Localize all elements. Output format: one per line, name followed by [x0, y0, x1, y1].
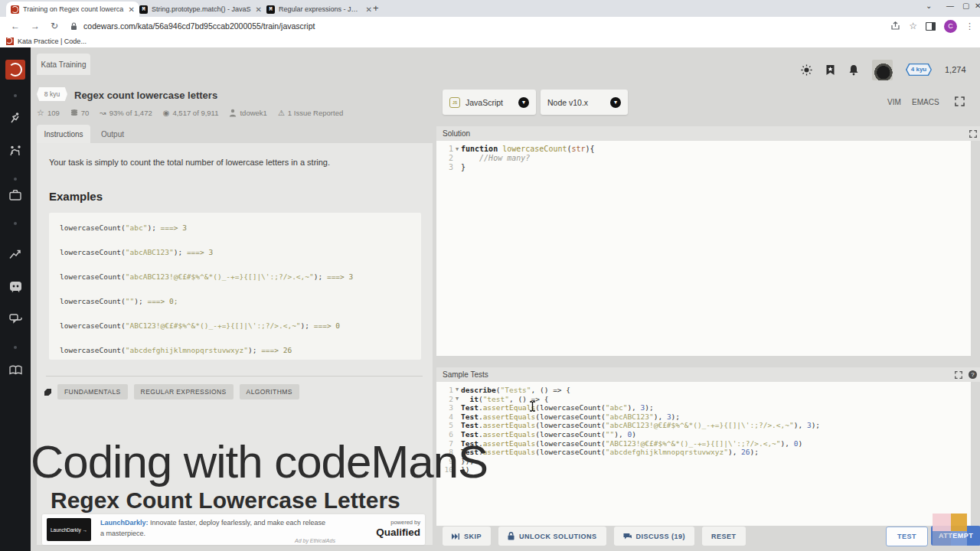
code-token: ===> 0;: [147, 297, 178, 305]
code-line: 1▼function lowercaseCount(str){: [436, 145, 971, 154]
code-token: ){: [586, 145, 595, 153]
fold-arrow-icon[interactable]: ▼: [453, 145, 461, 154]
code-content: function lowercaseCount(str){: [461, 145, 595, 154]
browser-menu-icon[interactable]: ⋮: [965, 21, 974, 31]
browser-profile-avatar[interactable]: C: [944, 20, 957, 33]
code-token: , () => {: [531, 386, 570, 394]
stat-author[interactable]: tdowek1: [229, 109, 266, 117]
browser-tab-3[interactable]: M Regular expressions - JavaScript ✕: [262, 2, 377, 17]
sidebar-item-leaderboard-icon[interactable]: [0, 249, 31, 259]
code-content: //How many?: [461, 154, 530, 163]
code-token: "abcdefghijklmnopqrstuvwxyz": [606, 448, 728, 456]
javascript-icon: JS: [449, 97, 460, 108]
tab-search-chevron-icon[interactable]: ⌄: [926, 2, 932, 10]
code-token: assertEquals: [483, 430, 536, 439]
back-icon[interactable]: ←: [11, 21, 20, 31]
code-token: assertEquals: [483, 448, 536, 456]
sidebar-item-kumite-icon[interactable]: [0, 145, 31, 157]
code-token: );: [301, 321, 314, 330]
sidebar-item-discord-icon[interactable]: [0, 281, 31, 292]
code-token: (lowercaseCount(: [535, 403, 606, 412]
sidebar-item-forum-icon[interactable]: [0, 314, 31, 325]
code-line: 2▼ it("test", () => {: [436, 395, 971, 404]
new-tab-button[interactable]: +: [373, 2, 379, 14]
mouse-text-cursor: [529, 401, 536, 412]
runtime-select[interactable]: Node v10.x ▾: [541, 90, 628, 115]
browser-tab-2[interactable]: M String.prototype.match() - JavaS ✕: [135, 2, 266, 17]
code-line: 4 Test.assertEquals(lowercaseCount("abcA…: [436, 412, 971, 422]
reset-button[interactable]: RESET: [702, 527, 746, 546]
tag-fundamentals[interactable]: FUNDAMENTALS: [57, 384, 128, 399]
emacs-mode-button[interactable]: EMACS: [912, 98, 939, 106]
test-button[interactable]: TEST: [886, 527, 928, 546]
code-token: //How many?: [461, 154, 530, 162]
reading-list-icon[interactable]: [926, 22, 936, 31]
bookmark-star-icon[interactable]: ☆: [909, 21, 917, 31]
skip-button[interactable]: SKIP: [443, 527, 491, 546]
notifications-bell-icon[interactable]: [848, 64, 859, 76]
rank-badge[interactable]: 4 kyu: [906, 64, 932, 76]
honor-count[interactable]: 1,274: [945, 65, 966, 74]
window-maximize-icon[interactable]: ▢: [962, 2, 969, 10]
code-token: ): [798, 439, 802, 448]
code-line: 10 }): [436, 465, 971, 474]
stat-issues[interactable]: ⚠ 1 Issue Reported: [278, 109, 343, 117]
fold-arrow-icon[interactable]: ▼: [453, 386, 461, 395]
tab-close-icon[interactable]: ✕: [366, 5, 372, 14]
language-select[interactable]: JS JavaScript ▾: [443, 90, 536, 115]
line-number: 1: [436, 386, 453, 395]
window-minimize-icon[interactable]: —: [946, 2, 954, 10]
browser-tab-1[interactable]: Training on Regex count lowerca ✕: [6, 2, 139, 17]
author-value: tdowek1: [240, 109, 266, 117]
solution-editor[interactable]: 1▼function lowercaseCount(str){2 //How m…: [436, 141, 971, 356]
fold-arrow-icon[interactable]: ▼: [453, 395, 461, 404]
sidebar-item-careers-icon[interactable]: [0, 190, 31, 201]
tab-close-icon[interactable]: ✕: [256, 5, 262, 14]
tag-algorithms[interactable]: ALGORITHMS: [240, 384, 299, 399]
code-token: ),: [614, 430, 627, 439]
code-token: assertEquals: [483, 412, 536, 421]
discuss-label: DISCUSS (19): [636, 533, 686, 540]
window-close-icon[interactable]: ✕: [975, 2, 980, 10]
code-token: "abc": [126, 223, 148, 232]
share-icon[interactable]: [890, 21, 900, 31]
code-token: (lowercaseCount(: [535, 421, 606, 429]
kata-training-tab[interactable]: Kata Training: [37, 54, 90, 75]
help-icon[interactable]: ?: [969, 370, 977, 379]
browser-tab-strip: Training on Regex count lowerca ✕ M Stri…: [0, 0, 980, 17]
tab-close-icon[interactable]: ✕: [129, 5, 135, 14]
fullscreen-icon[interactable]: [955, 96, 965, 106]
code-token: ===> 3: [187, 248, 213, 256]
reload-icon[interactable]: ↻: [51, 21, 58, 31]
sample-tests-editor[interactable]: 1▼describe("Tests", () => {2▼ it("test",…: [436, 382, 971, 526]
bookmark-item[interactable]: Kata Practice | Code...: [18, 37, 87, 45]
vim-mode-button[interactable]: VIM: [887, 98, 901, 106]
unlock-solutions-button[interactable]: UNLOCK SOLUTIONS: [498, 527, 606, 546]
expand-icon[interactable]: [955, 371, 962, 379]
discuss-button[interactable]: DISCUSS (19): [614, 527, 695, 546]
line-number: 1: [436, 145, 453, 154]
tab-output[interactable]: Output: [95, 125, 130, 143]
code-line: 6 Test.assertEquals(lowercaseCount(""), …: [436, 430, 971, 439]
code-token: "": [606, 430, 614, 439]
theme-sun-icon[interactable]: [801, 64, 812, 76]
code-token: "Tests": [501, 386, 531, 394]
user-avatar[interactable]: [872, 60, 893, 80]
sidebar-item-docs-icon[interactable]: [0, 365, 31, 375]
line-number: 3: [436, 403, 453, 412]
forward-icon[interactable]: →: [31, 21, 40, 31]
codewars-logo[interactable]: [0, 60, 31, 80]
tag-regular-expressions[interactable]: REGULAR EXPRESSIONS: [134, 384, 234, 399]
url-text[interactable]: codewars.com/kata/56a946cd7bd95ccab20000…: [83, 21, 315, 31]
mdn-favicon: M: [139, 5, 148, 14]
expand-icon[interactable]: [969, 130, 977, 138]
example-line: lowercaseCount(""); ===> 0;: [60, 289, 410, 314]
screen: Training on Regex count lowerca ✕ M Stri…: [0, 0, 980, 551]
code-token: ),: [794, 421, 807, 429]
ad-banner[interactable]: LaunchDarkly → LaunchDarkly: Innovate fa…: [42, 514, 425, 545]
collections-bookmark-icon[interactable]: [825, 64, 835, 76]
code-token: ),: [728, 448, 741, 456]
sidebar-item-kata-icon[interactable]: [0, 112, 31, 124]
tab-instructions[interactable]: Instructions: [37, 125, 90, 143]
code-token: );: [645, 403, 653, 412]
